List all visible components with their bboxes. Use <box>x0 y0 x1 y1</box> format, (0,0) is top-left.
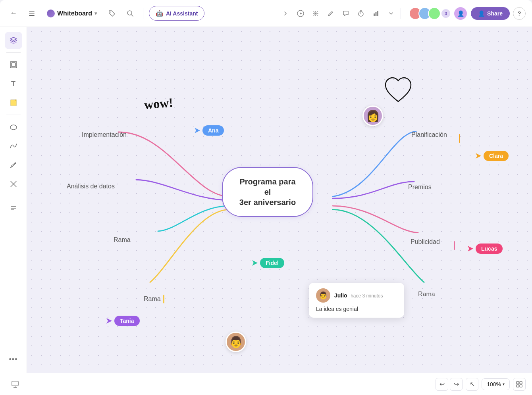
more-tools-button[interactable] <box>384 6 398 21</box>
svg-point-5 <box>315 13 316 14</box>
svg-rect-8 <box>376 12 377 16</box>
menu-button[interactable]: ☰ <box>25 6 39 21</box>
sidebar-layers-tool[interactable] <box>5 32 22 49</box>
help-icon: ? <box>518 10 521 17</box>
cursor-lucas-arrow <box>467 245 474 252</box>
sidebar-sep-2 <box>6 115 21 115</box>
bottombar-right: ↩ ↪ ↖ 100% ▾ <box>436 378 526 391</box>
avatar-count: 3 <box>441 9 450 18</box>
comment-icon <box>342 10 349 17</box>
lucas-badge: Lucas <box>476 244 503 254</box>
dropdown-icon: ▾ <box>94 11 97 16</box>
central-node[interactable]: Programa para el 3er aniversario <box>222 167 313 217</box>
cursor-clara: Clara <box>475 151 509 161</box>
bottombar-left <box>6 376 24 393</box>
sidebar-sticky-tool[interactable] <box>5 94 22 111</box>
cloud-icon <box>47 10 55 17</box>
topbar-left: ← ☰ Whiteboard ▾ 🤖 AI Assistant <box>6 6 272 21</box>
present-button[interactable] <box>6 376 24 393</box>
cursor-fidel-arrow <box>251 259 258 267</box>
svg-rect-9 <box>377 11 378 16</box>
cursor-fidel: Fidel <box>251 258 284 268</box>
collaborators-avatars: 3 <box>409 7 450 20</box>
sidebar-more-button[interactable]: ••• <box>5 351 22 368</box>
branch-publicidad: Publicidad <box>411 238 440 245</box>
bottombar: ↩ ↪ ↖ 100% ▾ <box>0 373 532 395</box>
sidebar-frame-tool[interactable] <box>5 56 22 73</box>
fidel-badge: Fidel <box>260 258 284 268</box>
record-button[interactable] <box>308 6 323 21</box>
sidebar-shape-tool[interactable] <box>5 118 22 136</box>
female-avatar-pin: 👩 <box>362 105 383 126</box>
shape-icon <box>9 123 18 131</box>
chevron-right-button[interactable] <box>278 6 293 21</box>
help-button[interactable]: ? <box>513 7 526 20</box>
cursor-tania: Tania <box>106 316 140 326</box>
branch-rama1: Rama <box>114 236 131 244</box>
sidebar-curve-tool[interactable] <box>5 137 22 155</box>
svg-rect-29 <box>517 385 519 387</box>
sticky-icon <box>9 98 18 107</box>
pencil-button[interactable] <box>324 6 338 21</box>
sidebar-connect-tool[interactable] <box>5 175 22 193</box>
title-button[interactable]: Whiteboard ▾ <box>43 7 101 20</box>
publicidad-indicator <box>454 241 455 250</box>
comment-author-name: Julio <box>334 292 347 299</box>
menu-icon: ☰ <box>29 9 35 18</box>
pencil-icon <box>327 10 334 17</box>
more-dots-icon: ••• <box>9 355 18 364</box>
topbar: ← ☰ Whiteboard ▾ 🤖 AI Assistant <box>0 0 532 27</box>
svg-marker-22 <box>468 246 473 251</box>
redo-button[interactable]: ↪ <box>450 378 463 391</box>
rama2-container: Rama <box>144 295 164 303</box>
select-button[interactable]: ↖ <box>466 378 478 391</box>
tania-badge: Tania <box>114 316 140 326</box>
branch-rama2: Rama <box>144 295 161 303</box>
svg-point-13 <box>10 125 17 130</box>
fit-button[interactable] <box>513 378 526 391</box>
comment-header: 👨 Julio hace 3 minutos <box>316 288 397 303</box>
undo-redo-group: ↩ ↪ <box>436 378 463 391</box>
play-button[interactable] <box>293 6 308 21</box>
svg-rect-28 <box>520 382 522 384</box>
comment-button[interactable] <box>339 6 353 21</box>
timer-icon <box>357 10 364 17</box>
timer-button[interactable] <box>354 6 368 21</box>
comment-timestamp: hace 3 minutos <box>351 293 383 299</box>
chevron-down-icon <box>388 10 394 17</box>
ana-badge: Ana <box>202 125 224 136</box>
svg-rect-7 <box>374 13 375 16</box>
frame-icon <box>9 60 18 69</box>
comment-text: La idea es genial <box>316 306 397 312</box>
sidebar-list-tool[interactable] <box>5 199 22 217</box>
search-button[interactable] <box>123 6 137 21</box>
ai-assistant-button[interactable]: 🤖 AI Assistant <box>149 6 204 21</box>
select-icon: ↖ <box>470 380 475 388</box>
undo-icon: ↩ <box>439 380 445 388</box>
zoom-control[interactable]: 100% ▾ <box>482 378 510 390</box>
sidebar-bottom: ••• <box>5 351 22 368</box>
share-button[interactable]: 👤 Share <box>471 7 510 20</box>
text-icon: T <box>11 80 15 88</box>
svg-marker-19 <box>195 128 200 133</box>
sidebar-pen-tool[interactable] <box>5 156 22 174</box>
branch-rama3: Rama <box>418 291 435 298</box>
canvas[interactable]: wow! 👩 Programa para el 3er aniversario … <box>27 27 532 373</box>
chart-button[interactable] <box>369 6 383 21</box>
ai-label: AI Assistant <box>166 10 198 17</box>
central-node-text: Programa para el 3er aniversario <box>239 177 296 207</box>
divider-1 <box>143 8 143 19</box>
pen-icon <box>9 161 18 169</box>
sidebar-text-tool[interactable]: T <box>5 75 22 92</box>
cursor-ana: Ana <box>194 125 224 136</box>
svg-marker-21 <box>252 260 258 266</box>
svg-rect-30 <box>520 385 522 387</box>
curve-icon <box>9 142 18 150</box>
undo-button[interactable]: ↩ <box>436 378 448 391</box>
tag-button[interactable] <box>105 6 119 21</box>
sidebar: T <box>0 27 27 373</box>
svg-point-0 <box>110 12 111 12</box>
back-button[interactable]: ← <box>6 6 21 21</box>
avatar-3 <box>428 7 441 20</box>
clara-badge: Clara <box>484 151 509 161</box>
